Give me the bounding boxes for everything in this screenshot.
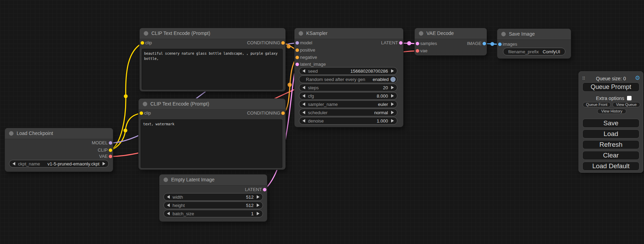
- link-midpoint-dot: [124, 129, 127, 133]
- increment-arrow-icon[interactable]: [103, 162, 105, 165]
- node-collapse-dot[interactable]: [299, 31, 303, 36]
- node-title-bar[interactable]: VAE Decode: [415, 28, 487, 39]
- input-slot-latent-image: latent_image: [300, 62, 326, 67]
- denoise-widget[interactable]: denoise 1.000: [299, 117, 397, 125]
- node-title-bar[interactable]: CLIP Text Encode (Prompt): [139, 99, 285, 110]
- model-slot-dot[interactable]: [295, 41, 299, 45]
- prompt-textarea[interactable]: beautiful scenery nature glass bottle la…: [142, 49, 283, 90]
- toggle-knob[interactable]: [390, 77, 396, 82]
- node-title: CLIP Text Encode (Prompt): [151, 30, 210, 36]
- node-clip-text-encode-positive[interactable]: CLIP Text Encode (Prompt) clip CONDITION…: [140, 28, 285, 91]
- model-slot-dot[interactable]: [109, 141, 112, 145]
- positive-slot-dot[interactable]: [295, 48, 299, 52]
- gear-icon[interactable]: ⚙: [635, 75, 640, 82]
- queue-panel: ⠿ Queue size: 0 ⚙ Queue Prompt Extra opt…: [579, 71, 643, 173]
- sampler-name-widget[interactable]: sampler_name euler: [299, 100, 397, 108]
- load-button[interactable]: Load: [582, 129, 639, 138]
- conditioning-slot-dot[interactable]: [281, 41, 285, 45]
- vae-slot-dot[interactable]: [416, 49, 419, 53]
- increment-arrow-icon[interactable]: [391, 86, 394, 89]
- decrement-arrow-icon[interactable]: [12, 162, 15, 165]
- widget-value: v1-5-pruned-emaonly.ckpt: [47, 161, 99, 166]
- input-slot-images: images: [503, 42, 517, 47]
- node-collapse-dot[interactable]: [143, 102, 147, 106]
- cfg-widget[interactable]: cfg 8.000: [299, 92, 397, 100]
- increment-arrow-icon[interactable]: [391, 111, 394, 114]
- input-slot-model: model: [300, 40, 312, 45]
- clip-slot-dot[interactable]: [140, 111, 143, 115]
- load-default-button[interactable]: Load Default: [582, 162, 639, 171]
- output-slot-vae: VAE: [99, 154, 108, 159]
- view-queue-button[interactable]: View Queue: [612, 102, 640, 107]
- latent-image-slot-dot[interactable]: [295, 63, 299, 66]
- node-title: Empty Latent Image: [171, 177, 214, 182]
- batch-size-widget[interactable]: batch_size 1: [164, 210, 263, 217]
- increment-arrow-icon[interactable]: [391, 102, 394, 106]
- decrement-arrow-icon[interactable]: [302, 111, 305, 114]
- queue-front-button[interactable]: Queue Front: [583, 102, 611, 107]
- decrement-arrow-icon[interactable]: [302, 102, 305, 106]
- clip-slot-dot[interactable]: [109, 148, 112, 152]
- increment-arrow-icon[interactable]: [257, 195, 259, 199]
- output-slot-conditioning: CONDITIONING: [247, 40, 280, 45]
- increment-arrow-icon[interactable]: [391, 94, 394, 98]
- node-title-bar[interactable]: CLIP Text Encode (Prompt): [140, 28, 285, 39]
- node-clip-text-encode-negative[interactable]: CLIP Text Encode (Prompt) clip CONDITION…: [139, 99, 285, 170]
- decrement-arrow-icon[interactable]: [302, 119, 305, 123]
- decrement-arrow-icon[interactable]: [167, 204, 170, 207]
- node-title-bar[interactable]: Empty Latent Image: [159, 174, 267, 186]
- node-collapse-dot[interactable]: [501, 32, 506, 36]
- node-title-bar[interactable]: Save Image: [497, 29, 571, 40]
- increment-arrow-icon[interactable]: [391, 119, 394, 123]
- node-ksampler[interactable]: KSampler model positive negative latent_…: [294, 28, 403, 127]
- output-slot-conditioning: CONDITIONING: [247, 110, 280, 116]
- extra-options-checkbox[interactable]: [627, 96, 632, 100]
- save-button[interactable]: Save: [582, 119, 639, 128]
- decrement-arrow-icon[interactable]: [167, 195, 170, 199]
- scheduler-widget[interactable]: scheduler normal: [299, 109, 397, 116]
- seed-widget[interactable]: seed 156680208700286: [299, 67, 397, 75]
- decrement-arrow-icon[interactable]: [167, 212, 170, 215]
- input-slot-negative: negative: [300, 55, 317, 60]
- conditioning-slot-dot[interactable]: [281, 111, 285, 115]
- node-collapse-dot[interactable]: [419, 31, 423, 36]
- increment-arrow-icon[interactable]: [257, 212, 259, 215]
- latent-slot-dot[interactable]: [263, 188, 266, 191]
- increment-arrow-icon[interactable]: [257, 204, 259, 207]
- node-title: Save Image: [509, 31, 535, 37]
- steps-widget[interactable]: steps 20: [299, 84, 397, 91]
- width-widget[interactable]: width 512: [164, 193, 263, 201]
- decrement-arrow-icon[interactable]: [302, 86, 305, 89]
- node-title: KSampler: [306, 30, 327, 36]
- clear-button[interactable]: Clear: [582, 151, 639, 160]
- increment-arrow-icon[interactable]: [391, 69, 394, 73]
- node-vae-decode[interactable]: VAE Decode samples vae IMAGE: [415, 28, 487, 55]
- refresh-button[interactable]: Refresh: [582, 140, 639, 149]
- decrement-arrow-icon[interactable]: [302, 94, 305, 98]
- node-collapse-dot[interactable]: [9, 131, 14, 136]
- node-save-image[interactable]: Save Image images filename_prefix ComfyU…: [497, 29, 571, 58]
- queue-prompt-button[interactable]: Queue Prompt: [582, 82, 639, 92]
- ckpt-name-widget[interactable]: ckpt_name v1-5-pruned-emaonly.ckpt: [9, 160, 109, 168]
- link-midpoint-dot: [124, 94, 128, 98]
- image-slot-dot[interactable]: [483, 42, 486, 45]
- node-title-bar[interactable]: Load Checkpoint: [5, 128, 113, 139]
- node-empty-latent-image[interactable]: Empty Latent Image LATENT width 512 heig…: [159, 174, 267, 222]
- view-history-button[interactable]: View History: [597, 109, 626, 114]
- decrement-arrow-icon[interactable]: [302, 69, 305, 73]
- images-slot-dot[interactable]: [498, 43, 502, 46]
- node-load-checkpoint[interactable]: Load Checkpoint MODEL CLIP VAE ckpt_name…: [5, 128, 113, 172]
- clip-slot-dot[interactable]: [141, 41, 144, 45]
- samples-slot-dot[interactable]: [416, 42, 419, 45]
- latent-slot-dot[interactable]: [399, 41, 403, 45]
- node-collapse-dot[interactable]: [164, 178, 168, 182]
- prompt-textarea[interactable]: text, watermark: [141, 119, 282, 168]
- vae-slot-dot[interactable]: [109, 155, 112, 158]
- node-title-bar[interactable]: KSampler: [294, 28, 403, 39]
- filename-prefix-widget[interactable]: filename_prefix ComfyUI: [503, 48, 565, 55]
- node-collapse-dot[interactable]: [144, 31, 148, 36]
- negative-slot-dot[interactable]: [295, 56, 299, 59]
- random-seed-toggle-widget[interactable]: Random seed after every gen enabled: [299, 75, 397, 83]
- output-slot-latent: LATENT: [245, 187, 262, 192]
- height-widget[interactable]: height 512: [164, 201, 263, 209]
